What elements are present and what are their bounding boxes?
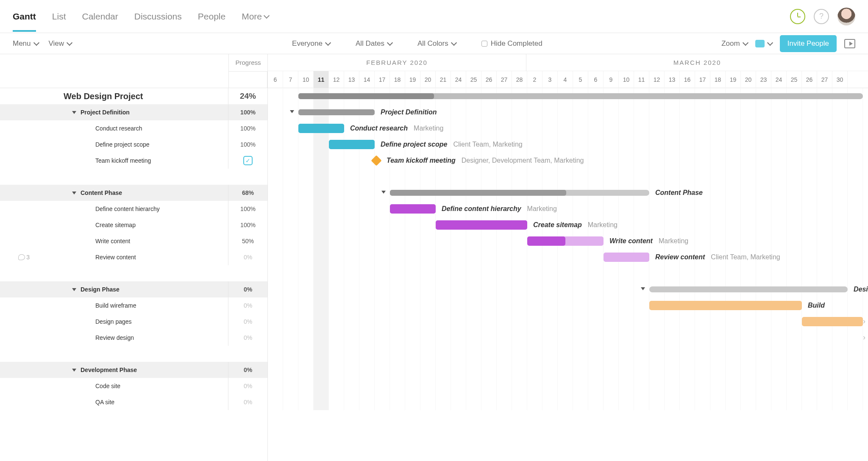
tab-list[interactable]: List: [52, 1, 66, 32]
task-bar[interactable]: [604, 253, 649, 262]
day-axis: 6710111213141718192021242526272823456910…: [268, 71, 868, 88]
tab-discussions[interactable]: Discussions: [134, 1, 182, 32]
chart-row[interactable]: Design Phase: [268, 281, 868, 297]
task-row[interactable]: Team kickoff meeting✓: [0, 153, 267, 169]
task-row[interactable]: Build wireframe0%: [0, 297, 267, 314]
day-cell: 4: [558, 71, 573, 88]
task-row[interactable]: Review design0%: [0, 330, 267, 346]
menu-button[interactable]: Menu: [13, 39, 39, 48]
day-cell: 27: [817, 71, 832, 88]
task-row[interactable]: QA site0%: [0, 394, 267, 410]
row-badge: 3: [0, 254, 34, 261]
task-row[interactable]: Define content hierarchy100%: [0, 201, 267, 217]
task-bar[interactable]: [298, 124, 344, 133]
milestone-diamond[interactable]: [371, 155, 381, 166]
summary-bar[interactable]: [649, 286, 848, 292]
group-row[interactable]: Content Phase68%: [0, 185, 267, 201]
day-cell: 25: [466, 71, 481, 88]
clock-icon[interactable]: [790, 9, 805, 24]
checkbox-done-icon[interactable]: ✓: [243, 156, 253, 165]
day-cell: 10: [298, 71, 314, 88]
chart-row[interactable]: Conduct researchMarketing: [268, 120, 868, 136]
summary-bar[interactable]: [298, 109, 375, 115]
more-chevron-icon[interactable]: ›: [863, 333, 865, 342]
chart-row[interactable]: Define content hierarchyMarketing: [268, 201, 868, 217]
collapse-triangle-icon[interactable]: [72, 111, 76, 114]
group-row[interactable]: Design Phase0%: [0, 281, 267, 297]
day-cell: 6: [588, 71, 604, 88]
present-icon[interactable]: [844, 39, 855, 48]
collapse-triangle-icon[interactable]: [381, 191, 386, 194]
invite-people-button[interactable]: Invite People: [780, 35, 837, 52]
row-progress: 100%: [228, 120, 267, 136]
task-bar[interactable]: [649, 301, 802, 310]
task-row[interactable]: Write content50%: [0, 233, 267, 249]
task-bar[interactable]: [329, 140, 375, 149]
chart-row[interactable]: Define project scopeClient Team, Marketi…: [268, 136, 868, 153]
day-cell: 18: [710, 71, 726, 88]
group-row[interactable]: Project Definition100%: [0, 104, 267, 120]
task-row[interactable]: Design pages0%: [0, 314, 267, 330]
day-cell: 6: [268, 71, 283, 88]
more-chevron-icon[interactable]: ›: [863, 317, 865, 326]
tab-more[interactable]: More: [242, 1, 269, 32]
task-bar[interactable]: [390, 204, 436, 214]
collapse-triangle-icon[interactable]: [72, 369, 76, 372]
day-cell: 30: [832, 71, 848, 88]
chart-row[interactable]: Write contentMarketing: [268, 233, 868, 249]
day-cell: 27: [497, 71, 512, 88]
row-progress: 68%: [228, 185, 267, 201]
summary-bar[interactable]: [390, 190, 649, 196]
bar-label: Define content hierarchyMarketing: [442, 204, 557, 214]
chart-row[interactable]: Design pages›: [268, 314, 868, 330]
chart-row[interactable]: Project Definition: [268, 104, 868, 120]
task-bar[interactable]: [802, 317, 863, 326]
chart-row[interactable]: Team kickoff meetingDesigner, Developmen…: [268, 153, 868, 169]
task-row[interactable]: Create sitemap100%: [0, 217, 267, 233]
color-picker[interactable]: [755, 40, 772, 47]
row-progress: 0%: [228, 281, 267, 297]
chart-row[interactable]: Build: [268, 297, 868, 314]
tab-more-label: More: [242, 11, 262, 22]
tab-calendar[interactable]: Calendar: [82, 1, 118, 32]
filter-dates[interactable]: All Dates: [356, 39, 392, 48]
chevron-down-icon: [451, 39, 457, 45]
project-row[interactable]: Web Design Project24%: [0, 88, 267, 104]
chart-row[interactable]: Content Phase: [268, 185, 868, 201]
filter-colors[interactable]: All Colors: [417, 39, 456, 48]
row-name: Development Phase: [34, 362, 228, 378]
collapse-triangle-icon[interactable]: [641, 287, 645, 290]
row-progress: 0%: [228, 362, 267, 378]
bar-label: Content Phase: [655, 188, 703, 197]
help-icon[interactable]: ?: [814, 9, 829, 24]
hide-completed[interactable]: Hide Completed: [481, 39, 542, 48]
tab-people[interactable]: People: [198, 1, 225, 32]
zoom-control[interactable]: Zoom: [721, 39, 747, 48]
task-bar[interactable]: [436, 220, 527, 230]
task-row[interactable]: Code site0%: [0, 378, 267, 394]
avatar[interactable]: [837, 8, 855, 25]
row-name: Conduct research: [34, 120, 228, 136]
chart-row[interactable]: Create sitemapMarketing: [268, 217, 868, 233]
row-name: Write content: [34, 233, 228, 249]
progress-header: Progress: [229, 54, 267, 72]
topnav-right: ?: [790, 8, 855, 25]
collapse-triangle-icon[interactable]: [72, 288, 76, 291]
bar-label: Build: [808, 301, 825, 310]
collapse-triangle-icon[interactable]: [72, 192, 76, 194]
task-row[interactable]: 3Review content0%: [0, 249, 267, 265]
row-progress: 0%: [228, 378, 267, 394]
task-row[interactable]: Conduct research100%: [0, 120, 267, 136]
chart-body[interactable]: Project DefinitionConduct researchMarket…: [268, 88, 868, 410]
filter-everyone[interactable]: Everyone: [292, 39, 330, 48]
task-row[interactable]: Define project scope100%: [0, 136, 267, 153]
project-summary-bar[interactable]: [298, 93, 863, 99]
row-progress: 0%: [228, 330, 267, 346]
row-name: Define project scope: [34, 136, 228, 153]
collapse-triangle-icon[interactable]: [290, 110, 294, 113]
task-bar[interactable]: [527, 236, 604, 246]
group-row[interactable]: Development Phase0%: [0, 362, 267, 378]
chart-row[interactable]: Review contentClient Team, Marketing: [268, 249, 868, 265]
tab-gantt[interactable]: Gantt: [13, 1, 36, 32]
view-button[interactable]: View: [49, 39, 72, 48]
